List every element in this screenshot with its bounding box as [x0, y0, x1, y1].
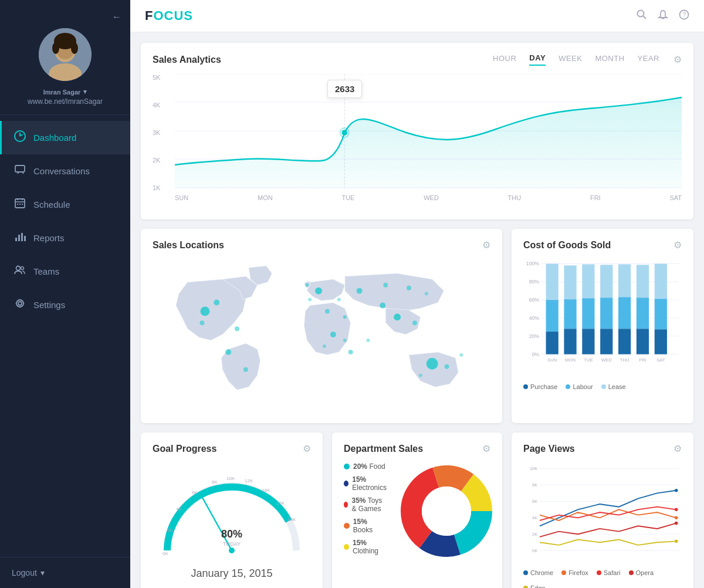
svg-text:100%: 100% [526, 261, 539, 266]
svg-text:0K: 0K [163, 551, 168, 556]
svg-text:THU: THU [620, 357, 629, 363]
locations-header: Sales Locations ⚙ [153, 239, 490, 251]
svg-point-22 [16, 300, 23, 307]
svg-text:WED: WED [601, 357, 612, 363]
svg-text:?: ? [683, 12, 686, 18]
legend-edge: Edge [523, 584, 546, 588]
svg-text:18K: 18K [287, 517, 296, 522]
legend-books: 15% Books [344, 518, 388, 534]
sidebar-label-reports: Reports [33, 233, 65, 243]
logout-button[interactable]: Logout ▾ [0, 557, 130, 588]
cog-title: Cost of Goods Sold [523, 240, 611, 251]
locations-settings-icon[interactable]: ⚙ [482, 239, 490, 251]
svg-rect-99 [655, 263, 667, 299]
svg-text:4K: 4K [532, 515, 537, 521]
svg-point-55 [343, 339, 347, 342]
svg-point-137 [675, 508, 678, 512]
svg-text:6K: 6K [192, 490, 198, 495]
analytics-settings-icon[interactable]: ⚙ [673, 54, 682, 65]
main-content: FOCUS ? Sales Analytics HOUR DAY [130, 0, 704, 588]
sidebar-item-reports[interactable]: Reports [0, 221, 130, 255]
svg-rect-77 [546, 332, 559, 354]
search-icon[interactable] [637, 9, 647, 23]
collapse-button[interactable]: ← [112, 12, 121, 22]
goal-settings-icon[interactable]: ⚙ [303, 443, 311, 454]
analytics-title: Sales Analytics [153, 55, 221, 65]
svg-text:2K: 2K [167, 528, 173, 533]
sidebar-header: ← Imran Sagar ▾ www.be.net/ImranSagar [0, 0, 130, 115]
brand-logo: FOCUS [145, 8, 193, 23]
svg-rect-80 [564, 299, 576, 329]
sidebar-label-teams: Teams [33, 266, 59, 276]
sales-locations-card: Sales Locations ⚙ [141, 229, 502, 423]
svg-point-136 [675, 516, 678, 520]
tab-week[interactable]: WEEK [559, 54, 582, 65]
sidebar-label-schedule: Schedule [33, 200, 70, 209]
topbar-actions: ? [637, 9, 689, 23]
svg-point-35 [200, 306, 209, 316]
svg-point-46 [383, 283, 388, 288]
tab-year[interactable]: YEAR [638, 54, 659, 65]
cog-header: Cost of Goods Sold ⚙ [523, 239, 682, 251]
svg-text:TODAY: TODAY [223, 541, 241, 547]
cog-settings-icon[interactable]: ⚙ [673, 239, 682, 251]
svg-rect-13 [19, 204, 21, 205]
legend-safari: Safari [597, 569, 621, 576]
sidebar: ← Imran Sagar ▾ www.be.net/ImranSagar [0, 0, 130, 588]
tab-month[interactable]: MONTH [595, 54, 624, 65]
svg-text:16K: 16K [276, 501, 285, 506]
svg-point-135 [675, 489, 678, 492]
svg-text:20%: 20% [529, 333, 540, 339]
world-map [153, 259, 490, 410]
help-icon[interactable]: ? [679, 9, 689, 23]
cog-legend: Purchase Labour Lease [523, 383, 682, 390]
svg-rect-85 [582, 329, 594, 354]
dept-settings-icon[interactable]: ⚙ [482, 443, 490, 454]
svg-text:0%: 0% [532, 352, 539, 357]
tab-hour[interactable]: HOUR [493, 54, 516, 65]
svg-text:8K: 8K [532, 482, 537, 488]
svg-rect-101 [655, 329, 667, 354]
svg-rect-96 [637, 298, 649, 329]
sidebar-label-dashboard: Dashboard [33, 133, 76, 143]
goal-title: Goal Progress [153, 444, 216, 454]
logout-arrow: ▾ [40, 568, 45, 577]
sales-analytics-card: Sales Analytics HOUR DAY WEEK MONTH YEAR… [141, 43, 693, 219]
reports-icon [13, 231, 26, 245]
svg-point-122 [422, 486, 471, 536]
svg-point-40 [315, 288, 322, 295]
chart-x-labels: SUN MON TUE WED THU FRI SAT [175, 194, 682, 201]
pv-legend: Chrome Firefox Safari Opera [523, 569, 682, 588]
pv-settings-icon[interactable]: ⚙ [673, 443, 682, 454]
legend-purchase: Purchase [523, 383, 557, 390]
svg-rect-76 [546, 300, 559, 332]
logout-label: Logout [12, 568, 37, 577]
svg-point-49 [394, 313, 401, 320]
svg-rect-8 [15, 165, 25, 172]
tab-day[interactable]: DAY [529, 53, 546, 66]
svg-point-114 [229, 548, 235, 553]
sidebar-item-conversations[interactable]: Conversations [0, 154, 130, 188]
user-name: Imran Sagar ▾ [43, 88, 87, 96]
sidebar-item-dashboard[interactable]: Dashboard [0, 121, 130, 154]
sidebar-item-settings[interactable]: Settings [0, 288, 130, 322]
legend-electronics: 15% Electronics [344, 475, 388, 492]
bell-icon[interactable] [658, 9, 668, 23]
content-area: Sales Analytics HOUR DAY WEEK MONTH YEAR… [130, 32, 704, 588]
svg-point-39 [214, 300, 219, 306]
sidebar-item-schedule[interactable]: Schedule [0, 188, 130, 221]
svg-rect-83 [582, 264, 594, 298]
settings-icon [13, 298, 26, 312]
svg-text:14K: 14K [262, 488, 270, 493]
svg-rect-92 [618, 297, 631, 329]
svg-text:MON: MON [565, 357, 576, 363]
locations-title: Sales Locations [153, 240, 224, 251]
schedule-icon [13, 197, 26, 212]
gauge-area: 0K 2K 4K 6K 8K 10K 12K 14K 16K 18K [153, 462, 311, 586]
svg-text:80%: 80% [221, 528, 242, 540]
svg-point-57 [308, 298, 312, 302]
svg-rect-89 [600, 329, 612, 354]
svg-text:12K: 12K [245, 478, 253, 484]
sidebar-item-teams[interactable]: Teams [0, 255, 130, 288]
svg-rect-95 [637, 265, 649, 298]
